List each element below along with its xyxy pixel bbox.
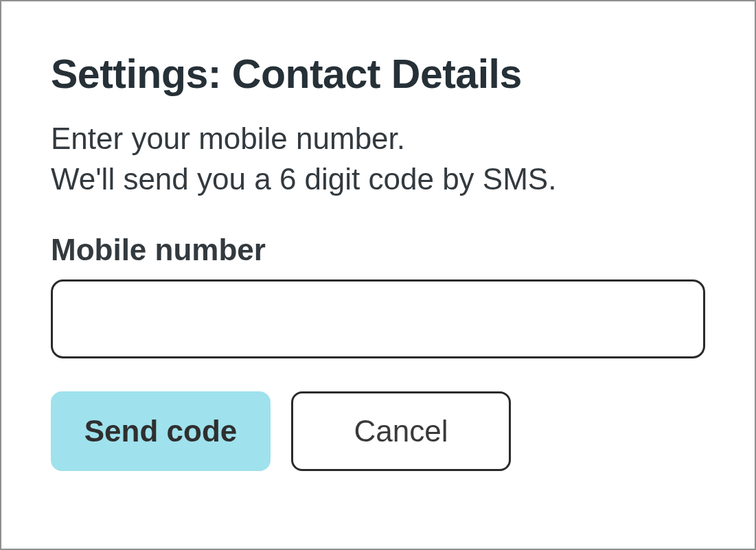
mobile-number-input[interactable] <box>51 279 705 358</box>
mobile-number-label: Mobile number <box>51 233 705 267</box>
button-row: Send code Cancel <box>51 391 705 471</box>
instructions-line-1: Enter your mobile number. <box>51 122 405 155</box>
instructions-line-2: We'll send you a 6 digit code by SMS. <box>51 162 556 196</box>
settings-contact-details-panel: Settings: Contact Details Enter your mob… <box>0 0 756 550</box>
instructions-text: Enter your mobile number. We'll send you… <box>51 118 705 200</box>
page-title: Settings: Contact Details <box>51 51 705 98</box>
send-code-button[interactable]: Send code <box>51 391 271 471</box>
cancel-button[interactable]: Cancel <box>291 391 511 471</box>
